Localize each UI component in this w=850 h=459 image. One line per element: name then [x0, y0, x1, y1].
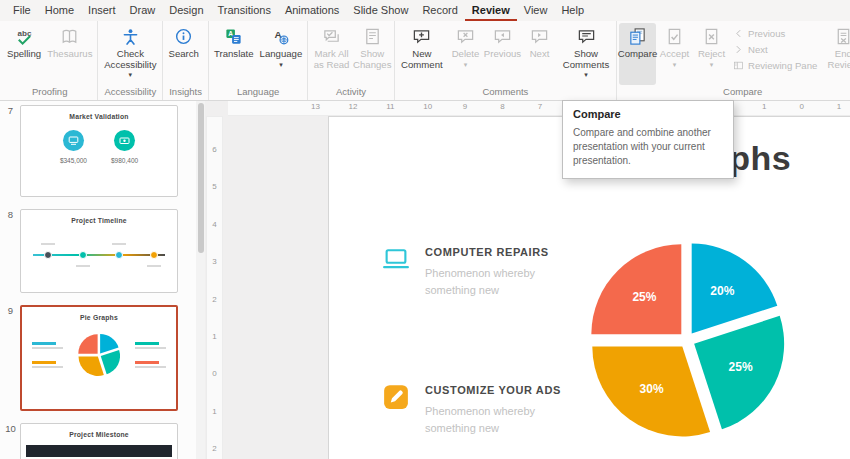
menu-tab-insert[interactable]: Insert: [81, 0, 123, 21]
ribbon-group-language: ATranslateALanguage▾Language: [209, 21, 308, 100]
caption-stub: [135, 361, 166, 368]
button-label: Reviewing Pane: [748, 60, 817, 71]
button-label: Language: [260, 49, 303, 60]
button-label: Show Changes: [353, 49, 391, 70]
menu-tab-transitions[interactable]: Transitions: [211, 0, 278, 21]
button-label: Previous: [484, 49, 521, 60]
delete-button[interactable]: Delete▾: [447, 23, 484, 85]
feature-customize-your-ads[interactable]: CUSTOMIZE YOUR ADSPhenomenon whereby som…: [381, 381, 591, 436]
menu-tab-record[interactable]: Record: [415, 0, 464, 21]
stub-bar-colored: [32, 342, 56, 345]
pie-slice-label: 25%: [729, 360, 753, 374]
menu-tab-draw[interactable]: Draw: [123, 0, 163, 21]
pie-chart[interactable]: 20%25%30%25%: [584, 232, 796, 450]
button-label: Show Comments: [561, 49, 611, 70]
stub-bar-colored: [32, 361, 56, 364]
translate-icon: A: [224, 27, 243, 46]
slide-thumbnail-project-milestone[interactable]: Project Milestone: [20, 423, 178, 459]
pie-slice: [78, 334, 97, 353]
slide-thumbnail-row: 9Pie Graphs: [3, 305, 196, 411]
feature-text: COMPUTER REPAIRSPhenomenon whereby somet…: [425, 243, 565, 298]
ribbon-group-label: Comments: [397, 85, 614, 100]
dropdown-caret-icon: ▾: [673, 61, 677, 68]
menu-tab-slide-show[interactable]: Slide Show: [346, 0, 415, 21]
new-comment-icon: [412, 27, 431, 46]
menu-tab-design[interactable]: Design: [162, 0, 210, 21]
menu-tab-animations[interactable]: Animations: [278, 0, 346, 21]
show-comments-button[interactable]: Show Comments▾: [558, 23, 614, 85]
ribbon-small-button-stack: PreviousNextReviewing Pane: [730, 23, 820, 85]
menu-tab-review[interactable]: Review: [465, 0, 517, 21]
slide-number: 10: [3, 423, 18, 459]
stub-bar-colored: [135, 342, 159, 345]
previous-button[interactable]: Previous: [484, 23, 521, 85]
ribbon-group-buttons: ATranslateALanguage▾: [211, 23, 305, 85]
mini-pie-layout: [22, 326, 176, 384]
feature-computer-repairs[interactable]: COMPUTER REPAIRSPhenomenon whereby somet…: [381, 243, 591, 298]
slide-thumbnail-market-validation[interactable]: Market Validation$345,000$980,400: [20, 105, 178, 197]
reject-button[interactable]: Reject▾: [693, 23, 730, 85]
menu-tab-file[interactable]: File: [6, 0, 38, 21]
thumbnail-slide-title: Market Validation: [21, 113, 177, 120]
slide-thumbnail-project-timeline[interactable]: Project Timeline: [20, 209, 178, 293]
ruler-number: 10: [423, 102, 432, 111]
end-review-button[interactable]: End Review: [820, 23, 850, 85]
show-changes-icon: [363, 27, 382, 46]
reviewing-pane-icon: [733, 60, 744, 71]
previous-button[interactable]: Previous: [733, 28, 817, 39]
next-button[interactable]: Next: [733, 44, 817, 55]
reviewing-pane-button[interactable]: Reviewing Pane: [733, 60, 817, 71]
show-changes-button[interactable]: Show Changes: [353, 23, 392, 85]
scrollbar-thumb[interactable]: [198, 103, 204, 253]
accessibility-icon: [121, 27, 140, 46]
check-accessibility-button[interactable]: Check Accessibility▾: [100, 23, 160, 85]
translate-button[interactable]: ATranslate: [211, 23, 257, 85]
stub-bar-gray: [32, 347, 63, 349]
menu-tab-view[interactable]: View: [517, 0, 555, 21]
button-label: Previous: [748, 28, 785, 39]
menu-tab-home[interactable]: Home: [38, 0, 81, 21]
compare-tooltip: Compare Compare and combine another pres…: [562, 100, 734, 179]
slide-thumbnail-pie-graphs[interactable]: Pie Graphs: [20, 305, 178, 411]
timeline-caption-stub: [41, 243, 55, 245]
spelling-icon: abc: [15, 27, 34, 46]
thumbnail-scrollbar[interactable]: [196, 100, 205, 459]
menu-tab-help[interactable]: Help: [554, 0, 591, 21]
thesaurus-button[interactable]: Thesaurus: [44, 23, 95, 85]
pie-slice[interactable]: [692, 244, 778, 334]
ruler-number: 0: [799, 102, 803, 111]
show-comments-icon: [577, 27, 596, 46]
spelling-button[interactable]: abcSpelling: [4, 23, 44, 85]
powerpoint-window: FileHomeInsertDrawDesignTransitionsAnima…: [0, 0, 850, 459]
timeline-caption-stub: [112, 243, 126, 245]
button-label: Check Accessibility: [103, 49, 157, 70]
ribbon-group-compare: CompareAccept▾Reject▾PreviousNextReviewi…: [617, 21, 850, 100]
next-small-icon: [733, 44, 744, 55]
accept-button[interactable]: Accept▾: [656, 23, 693, 85]
accept-icon: [665, 27, 684, 46]
menu-bar: FileHomeInsertDrawDesignTransitionsAnima…: [0, 0, 850, 21]
ribbon-group-buttons: Mark All as ReadShow Changes: [310, 23, 391, 85]
thesaurus-icon: [60, 27, 79, 46]
mark-all-as-read-button[interactable]: Mark All as Read: [310, 23, 353, 85]
thumbnail-slide-title: Project Timeline: [21, 217, 177, 224]
pie-slice[interactable]: [591, 244, 681, 334]
button-label: Compare: [618, 49, 657, 60]
ruler-number: 11: [386, 102, 394, 111]
ruler-number: 13: [311, 102, 320, 111]
figure: $345,000: [60, 130, 87, 164]
language-button[interactable]: ALanguage▾: [257, 23, 306, 85]
reject-icon: [702, 27, 721, 46]
ribbon-group-buttons: abcSpellingThesaurus: [4, 23, 95, 85]
money-icon: [114, 130, 135, 151]
ribbon-group-buttons: Search: [165, 23, 206, 85]
compare-button[interactable]: Compare: [619, 23, 656, 85]
timeline-dot: [79, 251, 87, 259]
new-comment-button[interactable]: New Comment: [397, 23, 447, 85]
timeline-line: [33, 254, 165, 256]
stub-bar-colored: [135, 361, 159, 364]
next-button[interactable]: Next: [521, 23, 558, 85]
mini-timeline: [33, 237, 165, 273]
ribbon-group-accessibility: Check Accessibility▾Accessibility: [98, 21, 163, 100]
search-button[interactable]: Search: [165, 23, 202, 85]
